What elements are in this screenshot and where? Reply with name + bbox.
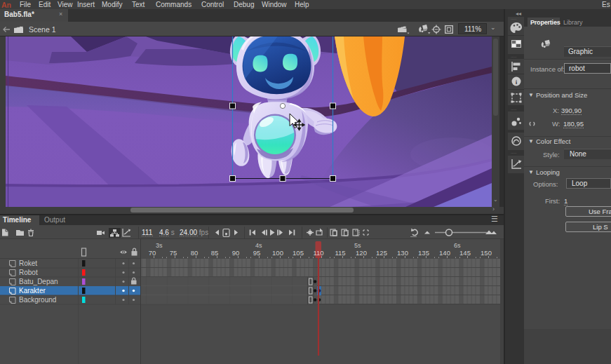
svg-text:95: 95: [253, 249, 261, 257]
svg-text:5s: 5s: [354, 242, 361, 249]
svg-text:130: 130: [397, 249, 408, 257]
svg-text:70: 70: [149, 249, 156, 257]
svg-text:100: 100: [272, 249, 283, 257]
svg-text:3s: 3s: [156, 242, 163, 249]
svg-text:120: 120: [356, 249, 367, 257]
svg-text:·····: ·····: [511, 151, 517, 155]
svg-text:110: 110: [313, 249, 323, 257]
svg-text:24.00 fps: 24.00 fps: [180, 229, 208, 236]
svg-text:105: 105: [293, 249, 304, 257]
svg-text:·····: ·····: [511, 107, 517, 112]
svg-text:75: 75: [170, 249, 177, 257]
svg-text:4s: 4s: [255, 242, 262, 249]
svg-text:Roket: Roket: [19, 259, 37, 267]
svg-text:4.6 s: 4.6 s: [159, 229, 175, 236]
svg-text:145: 145: [459, 249, 471, 257]
svg-text:85: 85: [211, 249, 219, 257]
svg-text:135: 135: [418, 249, 429, 257]
svg-text:·····: ·····: [511, 17, 517, 21]
svg-text:115: 115: [335, 249, 345, 257]
svg-text:Background: Background: [19, 296, 56, 304]
svg-text:◂◂: ◂◂: [516, 11, 521, 17]
svg-text:150: 150: [481, 249, 492, 257]
svg-text:6s: 6s: [454, 242, 461, 249]
svg-text:140: 140: [439, 249, 450, 257]
svg-text:Karakter: Karakter: [19, 287, 46, 295]
svg-text:111: 111: [142, 229, 153, 236]
svg-text:Robot: Robot: [19, 269, 38, 276]
svg-text:90: 90: [232, 249, 240, 257]
svg-text:Batu_Depan: Batu_Depan: [19, 278, 58, 285]
svg-text:125: 125: [376, 249, 387, 257]
svg-text:·····: ·····: [511, 55, 517, 59]
svg-text:80: 80: [191, 249, 199, 257]
